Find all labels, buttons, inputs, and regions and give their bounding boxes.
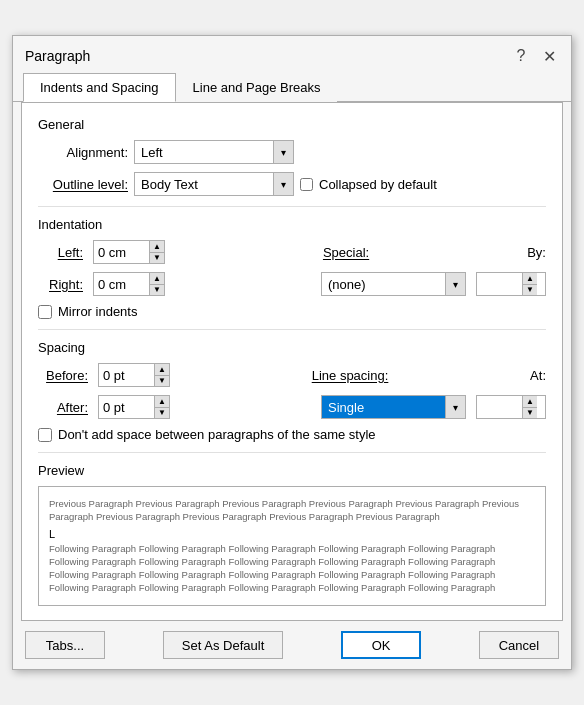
dont-add-space-label: Don't add space between paragraphs of th… bbox=[58, 427, 376, 442]
outline-value: Body Text bbox=[135, 173, 273, 195]
set-as-default-button[interactable]: Set As Default bbox=[163, 631, 283, 659]
line-spacing-label: Line spacing: bbox=[312, 368, 389, 383]
left-label: Left: bbox=[38, 245, 83, 260]
special-value: (none) bbox=[322, 273, 445, 295]
title-bar: Paragraph ? ✕ bbox=[13, 36, 571, 72]
preview-section-label: Preview bbox=[38, 463, 546, 478]
before-spinbox[interactable]: ▲ ▼ bbox=[98, 363, 170, 387]
close-button[interactable]: ✕ bbox=[539, 46, 559, 66]
button-bar: Tabs... Set As Default OK Cancel bbox=[13, 621, 571, 669]
special-dropdown-arrow[interactable]: ▾ bbox=[445, 273, 465, 295]
before-input[interactable] bbox=[99, 364, 154, 386]
title-controls: ? ✕ bbox=[511, 46, 559, 66]
outline-dropdown-arrow[interactable]: ▾ bbox=[273, 173, 293, 195]
collapsed-checkbox[interactable] bbox=[300, 178, 313, 191]
after-spinbox[interactable]: ▲ ▼ bbox=[98, 395, 170, 419]
general-section-label: General bbox=[38, 117, 546, 132]
dialog-title: Paragraph bbox=[25, 48, 90, 64]
paragraph-dialog: Paragraph ? ✕ Indents and Spacing Line a… bbox=[12, 35, 572, 670]
alignment-dropdown-arrow[interactable]: ▾ bbox=[273, 141, 293, 163]
preview-box: Previous Paragraph Previous Paragraph Pr… bbox=[38, 486, 546, 606]
by-spin-buttons: ▲ ▼ bbox=[522, 273, 537, 295]
at-spinbox[interactable]: ▲ ▼ bbox=[476, 395, 546, 419]
help-button[interactable]: ? bbox=[511, 46, 531, 66]
at-spin-buttons: ▲ ▼ bbox=[522, 396, 537, 418]
alignment-row: Alignment: Left ▾ bbox=[38, 140, 546, 164]
alignment-dropdown[interactable]: Left ▾ bbox=[134, 140, 294, 164]
alignment-value: Left bbox=[135, 141, 273, 163]
by-label: By: bbox=[527, 245, 546, 260]
left-spin-buttons: ▲ ▼ bbox=[149, 241, 164, 263]
left-spin-up[interactable]: ▲ bbox=[150, 241, 164, 253]
before-spin-up[interactable]: ▲ bbox=[155, 364, 169, 376]
right-label: Right: bbox=[38, 277, 83, 292]
mirror-indents-label: Mirror indents bbox=[58, 304, 137, 319]
mirror-indents-checkbox[interactable] bbox=[38, 305, 52, 319]
at-input[interactable] bbox=[477, 396, 522, 418]
after-spin-up[interactable]: ▲ bbox=[155, 396, 169, 408]
preview-following-text: Following Paragraph Following Paragraph … bbox=[49, 542, 535, 595]
at-label: At: bbox=[530, 368, 546, 383]
left-input[interactable] bbox=[94, 241, 149, 263]
special-dropdown[interactable]: (none) ▾ bbox=[321, 272, 466, 296]
left-spin-down[interactable]: ▼ bbox=[150, 253, 164, 264]
before-spin-down[interactable]: ▼ bbox=[155, 376, 169, 387]
outline-label: Outline level: bbox=[38, 177, 128, 192]
by-input[interactable] bbox=[477, 273, 522, 295]
line-spacing-dropdown[interactable]: Single ▾ bbox=[321, 395, 466, 419]
left-spinbox[interactable]: ▲ ▼ bbox=[93, 240, 165, 264]
indentation-section-label: Indentation bbox=[38, 217, 546, 232]
collapsed-label: Collapsed by default bbox=[319, 177, 437, 192]
before-spin-buttons: ▲ ▼ bbox=[154, 364, 169, 386]
after-input[interactable] bbox=[99, 396, 154, 418]
by-spin-down[interactable]: ▼ bbox=[523, 285, 537, 296]
preview-current-letter: L bbox=[49, 528, 535, 540]
right-spin-down[interactable]: ▼ bbox=[150, 285, 164, 296]
spacing-section-label: Spacing bbox=[38, 340, 546, 355]
preview-previous-text: Previous Paragraph Previous Paragraph Pr… bbox=[49, 497, 535, 524]
by-spin-up[interactable]: ▲ bbox=[523, 273, 537, 285]
tab-content: General Alignment: Left ▾ Outline level:… bbox=[21, 102, 563, 621]
at-spin-up[interactable]: ▲ bbox=[523, 396, 537, 408]
divider-1 bbox=[38, 206, 546, 207]
tabs-button[interactable]: Tabs... bbox=[25, 631, 105, 659]
after-label: After: bbox=[38, 400, 88, 415]
before-label: Before: bbox=[38, 368, 88, 383]
right-spin-buttons: ▲ ▼ bbox=[149, 273, 164, 295]
line-spacing-dropdown-arrow[interactable]: ▾ bbox=[445, 396, 465, 418]
tab-line-page-breaks[interactable]: Line and Page Breaks bbox=[176, 73, 338, 102]
outline-dropdown[interactable]: Body Text ▾ bbox=[134, 172, 294, 196]
dont-add-space-checkbox[interactable] bbox=[38, 428, 52, 442]
tab-bar: Indents and Spacing Line and Page Breaks bbox=[13, 72, 571, 102]
tab-indents-spacing[interactable]: Indents and Spacing bbox=[23, 73, 176, 102]
mirror-indents-row: Mirror indents bbox=[38, 304, 546, 319]
divider-3 bbox=[38, 452, 546, 453]
right-spinbox[interactable]: ▲ ▼ bbox=[93, 272, 165, 296]
special-label: Special: bbox=[323, 245, 369, 260]
divider-2 bbox=[38, 329, 546, 330]
dont-add-space-row: Don't add space between paragraphs of th… bbox=[38, 427, 546, 442]
ok-button[interactable]: OK bbox=[341, 631, 421, 659]
outline-row: Outline level: Body Text ▾ Collapsed by … bbox=[38, 172, 546, 196]
line-spacing-value: Single bbox=[322, 396, 445, 418]
after-spin-down[interactable]: ▼ bbox=[155, 408, 169, 419]
right-input[interactable] bbox=[94, 273, 149, 295]
at-spin-down[interactable]: ▼ bbox=[523, 408, 537, 419]
right-spin-up[interactable]: ▲ bbox=[150, 273, 164, 285]
after-spin-buttons: ▲ ▼ bbox=[154, 396, 169, 418]
alignment-label: Alignment: bbox=[38, 145, 128, 160]
by-spinbox[interactable]: ▲ ▼ bbox=[476, 272, 546, 296]
cancel-button[interactable]: Cancel bbox=[479, 631, 559, 659]
